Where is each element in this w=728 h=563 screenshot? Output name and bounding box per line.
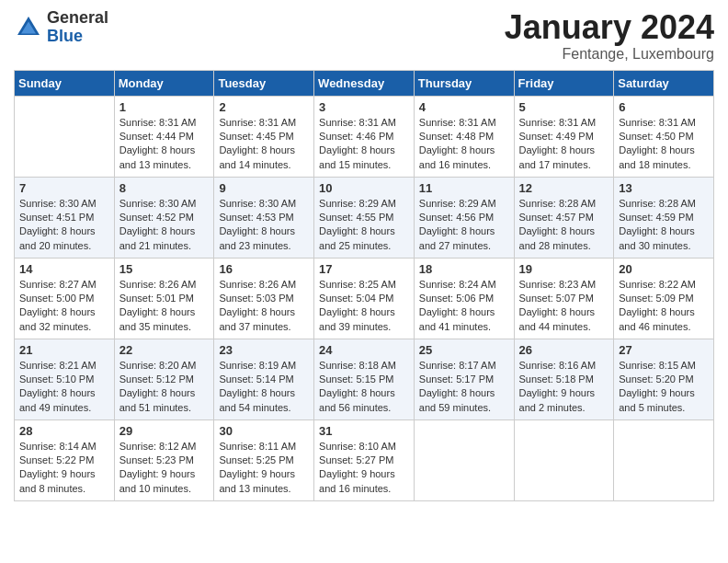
day-info: Sunrise: 8:19 AMSunset: 5:14 PMDaylight:… [219, 359, 309, 416]
calendar-cell: 7Sunrise: 8:30 AMSunset: 4:51 PMDaylight… [15, 177, 115, 258]
day-number: 10 [319, 181, 409, 195]
day-info: Sunrise: 8:10 AMSunset: 5:27 PMDaylight:… [319, 440, 409, 497]
day-info: Sunrise: 8:30 AMSunset: 4:51 PMDaylight:… [19, 197, 109, 254]
day-info: Sunrise: 8:18 AMSunset: 5:15 PMDaylight:… [319, 359, 409, 416]
calendar-cell: 26Sunrise: 8:16 AMSunset: 5:18 PMDayligh… [514, 339, 614, 419]
day-info: Sunrise: 8:17 AMSunset: 5:17 PMDaylight:… [419, 359, 509, 416]
page-container: General Blue January 2024 Fentange, Luxe… [0, 0, 728, 511]
week-row-2: 7Sunrise: 8:30 AMSunset: 4:51 PMDaylight… [15, 177, 714, 258]
day-info: Sunrise: 8:23 AMSunset: 5:07 PMDaylight:… [519, 278, 609, 335]
day-info: Sunrise: 8:31 AMSunset: 4:45 PMDaylight:… [219, 116, 309, 173]
calendar-cell: 16Sunrise: 8:26 AMSunset: 5:03 PMDayligh… [214, 258, 314, 339]
day-number: 11 [419, 181, 509, 195]
day-number: 8 [119, 181, 210, 195]
day-info: Sunrise: 8:26 AMSunset: 5:01 PMDaylight:… [119, 278, 210, 335]
day-number: 6 [619, 100, 709, 114]
day-number: 29 [119, 424, 210, 438]
calendar-cell: 31Sunrise: 8:10 AMSunset: 5:27 PMDayligh… [314, 419, 415, 500]
calendar-cell: 4Sunrise: 8:31 AMSunset: 4:48 PMDaylight… [414, 96, 514, 177]
day-number: 14 [19, 262, 109, 276]
day-info: Sunrise: 8:20 AMSunset: 5:12 PMDaylight:… [119, 359, 210, 416]
day-number: 23 [219, 343, 309, 357]
day-info: Sunrise: 8:14 AMSunset: 5:22 PMDaylight:… [19, 440, 109, 497]
day-info: Sunrise: 8:31 AMSunset: 4:49 PMDaylight:… [519, 116, 609, 173]
day-info: Sunrise: 8:31 AMSunset: 4:48 PMDaylight:… [419, 116, 509, 173]
calendar-cell: 8Sunrise: 8:30 AMSunset: 4:52 PMDaylight… [114, 177, 214, 258]
col-header-friday: Friday [514, 70, 614, 96]
calendar-cell [614, 419, 714, 500]
calendar-cell: 1Sunrise: 8:31 AMSunset: 4:44 PMDaylight… [114, 96, 214, 177]
calendar-cell: 29Sunrise: 8:12 AMSunset: 5:23 PMDayligh… [114, 419, 214, 500]
calendar-cell: 15Sunrise: 8:26 AMSunset: 5:01 PMDayligh… [114, 258, 214, 339]
day-number: 30 [219, 424, 309, 438]
day-number: 4 [419, 100, 509, 114]
calendar-cell: 24Sunrise: 8:18 AMSunset: 5:15 PMDayligh… [314, 339, 415, 419]
calendar-cell: 25Sunrise: 8:17 AMSunset: 5:17 PMDayligh… [414, 339, 514, 419]
calendar-table: SundayMondayTuesdayWednesdayThursdayFrid… [14, 70, 714, 501]
day-number: 7 [19, 181, 109, 195]
col-header-sunday: Sunday [15, 70, 115, 96]
col-header-saturday: Saturday [614, 70, 714, 96]
day-info: Sunrise: 8:28 AMSunset: 4:57 PMDaylight:… [519, 197, 609, 254]
calendar-cell: 18Sunrise: 8:24 AMSunset: 5:06 PMDayligh… [414, 258, 514, 339]
day-number: 9 [219, 181, 309, 195]
location: Fentange, Luxembourg [505, 46, 714, 63]
header: General Blue January 2024 Fentange, Luxe… [14, 9, 714, 63]
day-info: Sunrise: 8:15 AMSunset: 5:20 PMDaylight:… [619, 359, 709, 416]
calendar-cell: 21Sunrise: 8:21 AMSunset: 5:10 PMDayligh… [15, 339, 115, 419]
calendar-cell: 22Sunrise: 8:20 AMSunset: 5:12 PMDayligh… [114, 339, 214, 419]
calendar-cell: 20Sunrise: 8:22 AMSunset: 5:09 PMDayligh… [614, 258, 714, 339]
day-info: Sunrise: 8:29 AMSunset: 4:55 PMDaylight:… [319, 197, 409, 254]
calendar-cell: 28Sunrise: 8:14 AMSunset: 5:22 PMDayligh… [15, 419, 115, 500]
day-number: 24 [319, 343, 409, 357]
day-info: Sunrise: 8:16 AMSunset: 5:18 PMDaylight:… [519, 359, 609, 416]
calendar-cell: 14Sunrise: 8:27 AMSunset: 5:00 PMDayligh… [15, 258, 115, 339]
calendar-cell: 17Sunrise: 8:25 AMSunset: 5:04 PMDayligh… [314, 258, 415, 339]
day-info: Sunrise: 8:24 AMSunset: 5:06 PMDaylight:… [419, 278, 509, 335]
day-info: Sunrise: 8:30 AMSunset: 4:52 PMDaylight:… [119, 197, 210, 254]
calendar-cell: 11Sunrise: 8:29 AMSunset: 4:56 PMDayligh… [414, 177, 514, 258]
month-title: January 2024 [505, 9, 714, 46]
day-number: 20 [619, 262, 709, 276]
day-info: Sunrise: 8:12 AMSunset: 5:23 PMDaylight:… [119, 440, 210, 497]
day-number: 5 [519, 100, 609, 114]
logo-text: General Blue [47, 9, 108, 46]
day-number: 17 [319, 262, 409, 276]
logo-general-text: General [47, 9, 108, 28]
day-info: Sunrise: 8:25 AMSunset: 5:04 PMDaylight:… [319, 278, 409, 335]
calendar-cell: 12Sunrise: 8:28 AMSunset: 4:57 PMDayligh… [514, 177, 614, 258]
day-info: Sunrise: 8:30 AMSunset: 4:53 PMDaylight:… [219, 197, 309, 254]
col-header-monday: Monday [114, 70, 214, 96]
logo-blue-text: Blue [47, 28, 108, 46]
day-info: Sunrise: 8:29 AMSunset: 4:56 PMDaylight:… [419, 197, 509, 254]
calendar-cell: 27Sunrise: 8:15 AMSunset: 5:20 PMDayligh… [614, 339, 714, 419]
week-row-5: 28Sunrise: 8:14 AMSunset: 5:22 PMDayligh… [15, 419, 714, 500]
day-info: Sunrise: 8:22 AMSunset: 5:09 PMDaylight:… [619, 278, 709, 335]
logo-icon [14, 13, 43, 42]
day-number: 28 [19, 424, 109, 438]
day-info: Sunrise: 8:11 AMSunset: 5:25 PMDaylight:… [219, 440, 309, 497]
day-info: Sunrise: 8:26 AMSunset: 5:03 PMDaylight:… [219, 278, 309, 335]
day-number: 12 [519, 181, 609, 195]
day-info: Sunrise: 8:28 AMSunset: 4:59 PMDaylight:… [619, 197, 709, 254]
day-number: 15 [119, 262, 210, 276]
logo: General Blue [14, 9, 108, 46]
day-number: 22 [119, 343, 210, 357]
calendar-cell: 5Sunrise: 8:31 AMSunset: 4:49 PMDaylight… [514, 96, 614, 177]
calendar-cell: 6Sunrise: 8:31 AMSunset: 4:50 PMDaylight… [614, 96, 714, 177]
week-row-1: 1Sunrise: 8:31 AMSunset: 4:44 PMDaylight… [15, 96, 714, 177]
calendar-cell: 10Sunrise: 8:29 AMSunset: 4:55 PMDayligh… [314, 177, 415, 258]
calendar-cell: 2Sunrise: 8:31 AMSunset: 4:45 PMDaylight… [214, 96, 314, 177]
col-header-tuesday: Tuesday [214, 70, 314, 96]
day-info: Sunrise: 8:31 AMSunset: 4:46 PMDaylight:… [319, 116, 409, 173]
day-info: Sunrise: 8:31 AMSunset: 4:44 PMDaylight:… [119, 116, 210, 173]
title-section: January 2024 Fentange, Luxembourg [505, 9, 714, 63]
col-header-wednesday: Wednesday [314, 70, 415, 96]
day-number: 19 [519, 262, 609, 276]
calendar-cell [15, 96, 115, 177]
calendar-cell: 9Sunrise: 8:30 AMSunset: 4:53 PMDaylight… [214, 177, 314, 258]
col-header-thursday: Thursday [414, 70, 514, 96]
day-number: 27 [619, 343, 709, 357]
calendar-cell [514, 419, 614, 500]
calendar-cell: 3Sunrise: 8:31 AMSunset: 4:46 PMDaylight… [314, 96, 415, 177]
